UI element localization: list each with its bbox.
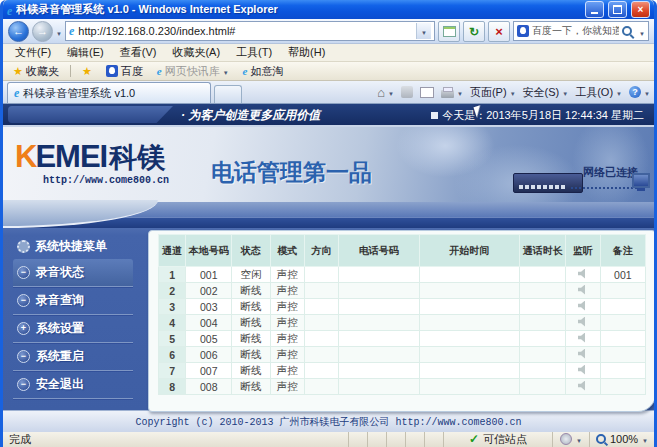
favorites-items: 百度网页快讯库如意淘 — [100, 64, 290, 79]
cell: 空闲 — [232, 267, 270, 283]
chevron-down-icon — [576, 433, 582, 445]
sidebar-item-0[interactable]: −录音状态 — [13, 259, 133, 287]
expander-minus-icon: − — [17, 266, 30, 279]
read-mail-icon[interactable] — [420, 87, 434, 98]
menu-item-2[interactable]: 查看(V) — [112, 45, 165, 60]
cell — [419, 347, 520, 363]
sidebar-item-2[interactable]: +系统设置 — [13, 315, 133, 343]
favorites-item-2[interactable]: 如意淘 — [237, 64, 290, 79]
sidebar-item-3[interactable]: −系统重启 — [13, 343, 133, 371]
baidu-icon — [106, 65, 118, 77]
note-cell — [600, 379, 645, 395]
speaker-icon[interactable] — [578, 349, 589, 359]
cell — [304, 299, 338, 315]
refresh-button[interactable] — [463, 21, 485, 42]
speaker-icon[interactable] — [578, 333, 589, 343]
note-cell — [600, 315, 645, 331]
stop-button[interactable] — [488, 21, 510, 42]
search-options-icon[interactable] — [639, 22, 645, 40]
help-button[interactable] — [629, 86, 650, 98]
cell: 声控 — [270, 283, 304, 299]
cell: 声控 — [270, 347, 304, 363]
sidebar-item-label: 系统重启 — [36, 348, 84, 365]
rss-icon[interactable] — [401, 86, 413, 98]
menu-item-4[interactable]: 工具(T) — [228, 45, 280, 60]
sidebar-item-4[interactable]: −安全退出 — [13, 371, 133, 399]
monitor-cell[interactable] — [566, 267, 600, 283]
address-bar[interactable]: http://192.168.0.230/index.html# — [65, 21, 435, 41]
home-button[interactable] — [377, 85, 394, 100]
favorites-item-1[interactable]: 网页快讯库 — [151, 64, 235, 79]
menu-item-1[interactable]: 编辑(E) — [59, 45, 112, 60]
add-favorite-button[interactable] — [76, 65, 98, 78]
speaker-icon[interactable] — [578, 269, 589, 279]
menu-item-5[interactable]: 帮助(H) — [280, 45, 333, 60]
cell: 006 — [186, 347, 232, 363]
forward-button[interactable] — [32, 21, 53, 42]
compatibility-view-button[interactable] — [438, 21, 460, 42]
monitor-cell[interactable] — [566, 315, 600, 331]
monitor-cell[interactable] — [566, 379, 600, 395]
minimize-button[interactable] — [585, 1, 604, 18]
search-icon[interactable] — [622, 26, 632, 36]
address-dropdown-button[interactable] — [416, 23, 431, 39]
title-bar: 科镁录音管理系统 v1.0 - Windows Internet Explore… — [3, 0, 654, 19]
cell: 3 — [159, 299, 186, 315]
menu-item-0[interactable]: 文件(F) — [7, 45, 59, 60]
search-box[interactable]: 百度一下，你就知道 — [513, 21, 649, 41]
zoom-control[interactable]: 100% — [589, 430, 654, 447]
expander-minus-icon: − — [17, 350, 30, 363]
history-dropdown-icon[interactable] — [56, 22, 62, 40]
speaker-icon[interactable] — [578, 317, 589, 327]
monitor-cell[interactable] — [566, 347, 600, 363]
cell — [304, 331, 338, 347]
favorites-item-0[interactable]: 百度 — [100, 64, 149, 79]
table-row: 3003断线声控 — [159, 299, 646, 315]
speaker-icon[interactable] — [578, 365, 589, 375]
expander-minus-icon: − — [17, 378, 30, 391]
search-input[interactable]: 百度一下，你就知道 — [532, 24, 619, 38]
cell — [419, 315, 520, 331]
cell — [419, 299, 520, 315]
url-text[interactable]: http://192.168.0.230/index.html# — [78, 25, 412, 37]
cell — [304, 379, 338, 395]
protected-mode-segment[interactable] — [552, 430, 589, 447]
speaker-icon[interactable] — [578, 285, 589, 295]
sidebar-header-label: 系统快捷菜单 — [35, 238, 107, 255]
maximize-button[interactable] — [608, 1, 627, 18]
column-header: 电话号码 — [339, 235, 419, 267]
cell: 断线 — [232, 379, 270, 395]
menu-item-3[interactable]: 收藏夹(A) — [164, 45, 228, 60]
address-toolbar: http://192.168.0.230/index.html# 百度一下，你就… — [3, 19, 654, 44]
cell: 2 — [159, 283, 186, 299]
speaker-icon[interactable] — [578, 381, 589, 391]
tab-active[interactable]: 科镁录音管理系统 v1.0 — [7, 82, 211, 103]
cell — [339, 363, 419, 379]
stop-icon — [495, 22, 503, 40]
cell — [419, 267, 520, 283]
status-segment — [386, 430, 405, 447]
cell — [520, 283, 566, 299]
column-header: 通话时长 — [520, 235, 566, 267]
cell: 8 — [159, 379, 186, 395]
speaker-icon[interactable] — [578, 301, 589, 311]
close-button[interactable]: × — [631, 1, 650, 18]
bullet-icon — [431, 112, 438, 119]
monitor-cell[interactable] — [566, 283, 600, 299]
command-bar-item-1[interactable]: 安全(S) — [523, 85, 569, 100]
monitor-cell[interactable] — [566, 363, 600, 379]
logo-chinese: 科镁 — [109, 142, 165, 173]
favorites-button[interactable]: 收藏夹 — [7, 64, 65, 79]
command-bar-item-2[interactable]: 工具(O) — [575, 85, 622, 100]
monitor-cell[interactable] — [566, 331, 600, 347]
command-bar-item-0[interactable]: 页面(P) — [470, 85, 516, 100]
print-button[interactable] — [441, 86, 463, 98]
back-button[interactable] — [8, 21, 29, 42]
sidebar-item-1[interactable]: −录音查询 — [13, 287, 133, 315]
security-zone[interactable]: 可信站点 — [443, 430, 552, 447]
cell — [419, 283, 520, 299]
new-tab-button[interactable] — [214, 85, 242, 103]
star-icon — [13, 65, 23, 78]
monitor-cell[interactable] — [566, 299, 600, 315]
note-cell — [600, 331, 645, 347]
